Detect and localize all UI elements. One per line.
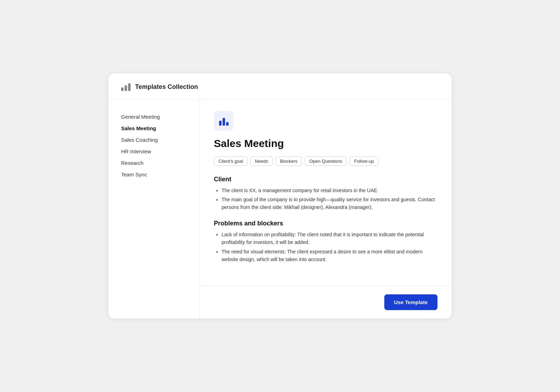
template-icon-box — [214, 111, 233, 131]
tag-client-s-goal: Client's goal — [214, 156, 247, 166]
bullet-list-client: The client is XX, a management company f… — [214, 187, 438, 211]
section-problems-blockers: Problems and blockersLack of information… — [214, 220, 438, 264]
header: Templates Collection — [108, 74, 451, 100]
main-content: Sales Meeting Client's goalNeedsBlockers… — [200, 100, 451, 319]
tags-container: Client's goalNeedsBlockersOpen Questions… — [214, 156, 438, 166]
template-detail: Sales Meeting Client's goalNeedsBlockers… — [200, 100, 451, 286]
sidebar-item-sales-coaching[interactable]: Sales Coaching — [121, 134, 187, 146]
body: General MeetingSales MeetingSales Coachi… — [108, 100, 451, 319]
template-footer: Use Template — [200, 286, 451, 318]
bullet-list-problems-blockers: Lack of information on profitability: Th… — [214, 231, 438, 264]
section-heading-problems-blockers: Problems and blockers — [214, 220, 438, 227]
bar-chart-icon — [219, 116, 229, 126]
list-item: The need for visual elements: The client… — [222, 248, 438, 264]
sidebar: General MeetingSales MeetingSales Coachi… — [108, 100, 200, 319]
tag-needs: Needs — [250, 156, 273, 166]
section-heading-client: Client — [214, 176, 438, 183]
sidebar-item-team-sync[interactable]: Team Sync — [121, 169, 187, 180]
sidebar-item-sales-meeting[interactable]: Sales Meeting — [121, 122, 187, 134]
sidebar-item-general-meeting[interactable]: General Meeting — [121, 111, 187, 122]
use-template-button[interactable]: Use Template — [384, 294, 438, 310]
list-item: Lack of information on profitability: Th… — [222, 231, 438, 246]
header-title: Templates Collection — [135, 83, 198, 91]
templates-collection-card: Templates Collection General MeetingSale… — [108, 74, 451, 319]
tag-follow-up: Follow-up — [350, 156, 378, 166]
list-item: The client is XX, a management company f… — [222, 187, 438, 194]
template-title: Sales Meeting — [214, 138, 438, 149]
layers-icon — [121, 83, 131, 91]
tag-open-questions: Open Questions — [305, 156, 347, 166]
sidebar-item-research[interactable]: Research — [121, 157, 187, 169]
section-client: ClientThe client is XX, a management com… — [214, 176, 438, 211]
list-item: The main goal of the company is to provi… — [222, 196, 438, 211]
sidebar-item-hr-interview[interactable]: HR Interview — [121, 146, 187, 157]
sections-container: ClientThe client is XX, a management com… — [214, 176, 438, 264]
tag-blockers: Blockers — [275, 156, 302, 166]
